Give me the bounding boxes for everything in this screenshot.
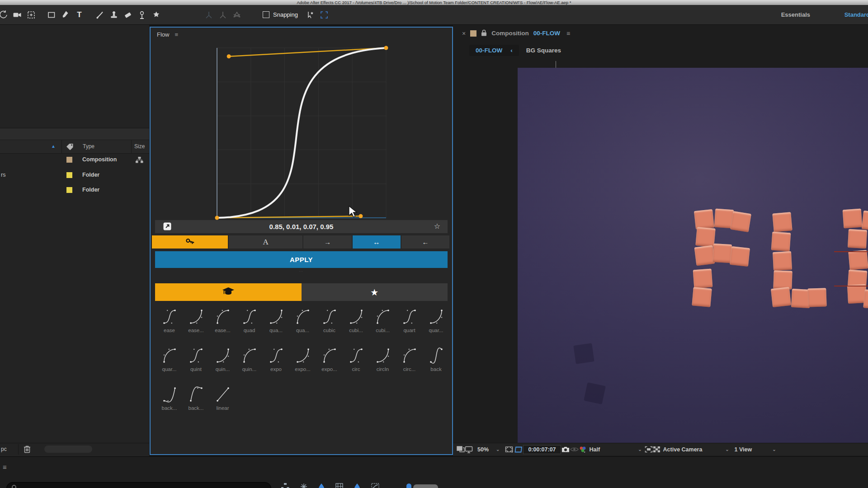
puppet-pin-tool-icon[interactable] bbox=[135, 8, 149, 22]
snapping-checkbox[interactable] bbox=[263, 11, 269, 18]
rotation-tool-icon[interactable] bbox=[0, 8, 10, 22]
motion-sketch-pin-icon[interactable] bbox=[149, 8, 163, 22]
eraser-tool-icon[interactable] bbox=[121, 8, 135, 22]
shape-tool-icon[interactable] bbox=[44, 8, 58, 22]
brush-tool-icon[interactable] bbox=[93, 8, 107, 22]
label-tag-icon[interactable] bbox=[66, 143, 74, 151]
column-divider[interactable] bbox=[131, 140, 132, 153]
transparency-grid-icon[interactable] bbox=[653, 446, 660, 453]
type-tool-icon[interactable]: T bbox=[72, 8, 86, 22]
breadcrumb-pill[interactable]: 00-FLOW ‹ bbox=[469, 45, 519, 56]
preset-linear[interactable]: linear bbox=[209, 382, 236, 421]
preset-quin[interactable]: quin... bbox=[236, 343, 263, 382]
pan-behind-tool-icon[interactable] bbox=[24, 8, 38, 22]
composition-viewport[interactable] bbox=[518, 68, 868, 443]
letter-square[interactable] bbox=[695, 227, 715, 247]
draft-3d-icon[interactable] bbox=[300, 483, 307, 488]
letter-square[interactable] bbox=[693, 269, 713, 289]
monitor-icon[interactable] bbox=[465, 446, 473, 453]
letter-square[interactable] bbox=[862, 211, 868, 231]
frame-blending-icon[interactable] bbox=[318, 483, 325, 488]
tab-favorites[interactable]: ★ bbox=[302, 283, 448, 301]
arrow-right-button[interactable]: → bbox=[303, 235, 351, 249]
timeline-menu-icon[interactable]: ≡ bbox=[3, 463, 7, 471]
camera-view-dropdown[interactable]: Active Camera ⌄ bbox=[660, 446, 732, 454]
letter-square[interactable] bbox=[730, 211, 751, 232]
clone-stamp-tool-icon[interactable] bbox=[107, 8, 121, 22]
column-header-size[interactable]: Size bbox=[134, 143, 145, 150]
preset-qua[interactable]: qua... bbox=[289, 304, 316, 343]
ghost-square[interactable] bbox=[573, 343, 594, 364]
preset-back[interactable]: back... bbox=[183, 382, 209, 421]
favorite-star-icon[interactable]: ☆ bbox=[434, 222, 440, 230]
breadcrumb-comp[interactable]: 00-FLOW bbox=[476, 47, 502, 54]
project-row-folder-1[interactable]: rs Folder bbox=[0, 168, 149, 183]
letter-square[interactable] bbox=[848, 250, 868, 270]
active-comp-name[interactable]: 00-FLOW bbox=[533, 30, 560, 37]
preset-quint[interactable]: quint bbox=[183, 343, 209, 382]
magnification-dropdown[interactable]: 50% ⌄ bbox=[475, 446, 502, 454]
workspace-essentials[interactable]: Essentials bbox=[781, 5, 810, 24]
letter-square[interactable] bbox=[807, 288, 826, 307]
preset-ease[interactable]: ease... bbox=[183, 304, 209, 343]
preset-expo[interactable]: expo... bbox=[289, 343, 316, 382]
label-color-swatch[interactable] bbox=[66, 187, 72, 193]
view-layout-dropdown[interactable]: 1 View ⌄ bbox=[732, 446, 779, 454]
close-icon[interactable]: × bbox=[462, 30, 466, 37]
lock-icon[interactable] bbox=[481, 29, 487, 38]
preset-quart[interactable]: quart bbox=[396, 304, 423, 343]
preset-back[interactable]: back bbox=[423, 343, 449, 382]
show-channel-icon[interactable] bbox=[579, 446, 587, 453]
panel-drag-handle[interactable]: ∙∙ bbox=[151, 269, 452, 273]
snap-cursor-icon[interactable] bbox=[303, 8, 317, 22]
preset-expo[interactable]: expo... bbox=[316, 343, 343, 382]
grid-guide-options-icon[interactable] bbox=[505, 446, 514, 453]
preset-quad[interactable]: quad bbox=[236, 304, 263, 343]
preset-cubic[interactable]: cubic bbox=[316, 304, 343, 343]
film-icon[interactable] bbox=[335, 483, 343, 488]
flow-panel-header[interactable]: Flow ≡ bbox=[151, 28, 452, 41]
preset-ease[interactable]: ease... bbox=[209, 304, 236, 343]
arrow-both-button[interactable]: ↔ bbox=[353, 235, 401, 249]
breadcrumb-layer[interactable]: BG Squares bbox=[526, 47, 561, 54]
mask-visibility-icon[interactable] bbox=[514, 446, 523, 453]
footer-slider[interactable] bbox=[44, 446, 92, 453]
graph-editor-icon[interactable] bbox=[371, 483, 379, 488]
preset-cubi[interactable]: cubi... bbox=[343, 304, 369, 343]
preset-cubi[interactable]: cubi... bbox=[369, 304, 396, 343]
preset-circ[interactable]: circ bbox=[343, 343, 369, 382]
letter-square[interactable] bbox=[694, 209, 714, 230]
snapping-control[interactable]: Snapping bbox=[263, 11, 298, 18]
letter-square[interactable] bbox=[712, 244, 732, 263]
workspace-standard[interactable]: Standard bbox=[844, 5, 868, 24]
snapshot-camera-icon[interactable] bbox=[561, 446, 570, 453]
timeline-scrollbar[interactable] bbox=[413, 484, 438, 488]
preset-qua[interactable]: qua... bbox=[263, 304, 289, 343]
resolution-dropdown[interactable]: Half ⌄ bbox=[587, 446, 645, 454]
arrow-left-button[interactable]: ← bbox=[401, 235, 449, 249]
letter-square[interactable] bbox=[772, 212, 792, 232]
text-mode-button[interactable]: A bbox=[229, 235, 303, 249]
letter-square[interactable] bbox=[730, 246, 750, 267]
comp-mini-flowchart-icon[interactable] bbox=[281, 483, 289, 488]
panel-menu-icon[interactable]: ≡ bbox=[566, 30, 570, 37]
tab-learn[interactable] bbox=[155, 283, 302, 301]
always-preview-icon[interactable] bbox=[457, 446, 465, 453]
bezier-values-text[interactable]: 0.85, 0.01, 0.07, 0.95 bbox=[155, 223, 448, 230]
composition-panel-header[interactable]: × Composition 00-FLOW ≡ bbox=[453, 25, 868, 42]
preset-quin[interactable]: quin... bbox=[209, 343, 236, 382]
project-row-composition[interactable]: Composition bbox=[0, 153, 149, 168]
letter-square[interactable] bbox=[694, 245, 715, 266]
timeline-playhead[interactable] bbox=[406, 483, 411, 488]
letter-square[interactable] bbox=[771, 232, 791, 252]
letter-square[interactable] bbox=[692, 287, 712, 307]
column-header-type[interactable]: Type bbox=[83, 143, 94, 150]
preset-back[interactable]: back... bbox=[156, 382, 183, 421]
apply-button[interactable]: APPLY bbox=[155, 251, 448, 268]
keyframe-button[interactable] bbox=[152, 235, 228, 249]
letter-square[interactable] bbox=[771, 287, 791, 307]
ghost-square[interactable] bbox=[584, 382, 606, 404]
preset-circIn[interactable]: circIn bbox=[369, 343, 396, 382]
letter-square[interactable] bbox=[843, 209, 863, 229]
preset-quar[interactable]: quar... bbox=[156, 343, 183, 382]
